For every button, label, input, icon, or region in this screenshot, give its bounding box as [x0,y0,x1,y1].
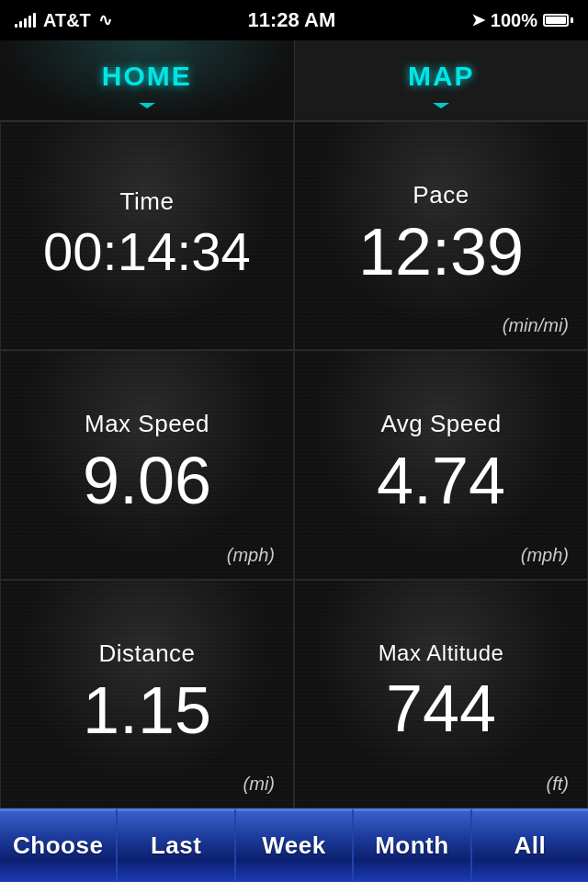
stat-avg-speed-unit: (mph) [521,545,569,566]
carrier-label: AT&T [43,10,91,31]
nav-all-button[interactable]: All [471,808,588,882]
svg-marker-1 [433,103,449,108]
svg-marker-0 [139,103,155,108]
status-left: AT&T ∿ [15,10,112,31]
stat-pace-unit: (min/mi) [503,315,569,336]
stat-distance: Distance 1.15 (mi) [0,580,294,808]
nav-week-button[interactable]: Week [235,808,353,882]
stat-max-speed: Max Speed 9.06 (mph) [0,350,294,579]
nav-last-button[interactable]: Last [117,808,234,882]
stat-time-label: Time [120,187,175,216]
tab-map-indicator [433,96,449,101]
stat-max-altitude: Max Altitude 744 (ft) [294,580,588,808]
stat-time-value: 00:14:34 [43,225,251,278]
signal-icon [15,13,36,28]
stat-max-altitude-label: Max Altitude [379,640,504,666]
battery-icon [543,14,573,27]
status-bar: AT&T ∿ 11:28 AM ➤ 100% [0,0,588,40]
tab-home-indicator [139,96,155,101]
stat-avg-speed-value: 4.74 [377,447,505,514]
status-time: 11:28 AM [247,8,335,32]
nav-choose-button[interactable]: Choose [0,808,117,882]
tab-home-label: HOME [102,61,192,92]
bottom-nav: Choose Last Week Month All [0,808,588,882]
tab-map[interactable]: MAP [295,40,589,120]
tab-bar: HOME MAP [0,40,588,121]
wifi-icon: ∿ [98,10,112,30]
stat-avg-speed-label: Avg Speed [380,410,501,438]
nav-month-button[interactable]: Month [353,808,470,882]
tab-map-label: MAP [408,61,475,92]
status-right: ➤ 100% [471,10,573,31]
stat-pace: Pace 12:39 (min/mi) [294,121,588,350]
stat-pace-label: Pace [413,181,469,209]
stat-distance-label: Distance [98,639,195,668]
battery-percent-label: 100% [491,10,537,31]
stat-avg-speed: Avg Speed 4.74 (mph) [294,350,588,579]
stat-pace-value: 12:39 [358,219,524,285]
stat-max-altitude-value: 744 [386,675,496,741]
location-icon: ➤ [471,10,485,30]
stat-time: Time 00:14:34 [0,121,294,350]
stats-area: Time 00:14:34 Pace 12:39 (min/mi) Max Sp… [0,121,588,808]
stat-distance-unit: (mi) [243,774,275,795]
stat-max-altitude-unit: (ft) [547,774,569,795]
stat-distance-value: 1.15 [83,677,211,743]
tab-home[interactable]: HOME [0,40,294,120]
stat-max-speed-unit: (mph) [227,545,275,566]
stat-max-speed-label: Max Speed [85,410,209,438]
stat-max-speed-value: 9.06 [83,447,211,514]
